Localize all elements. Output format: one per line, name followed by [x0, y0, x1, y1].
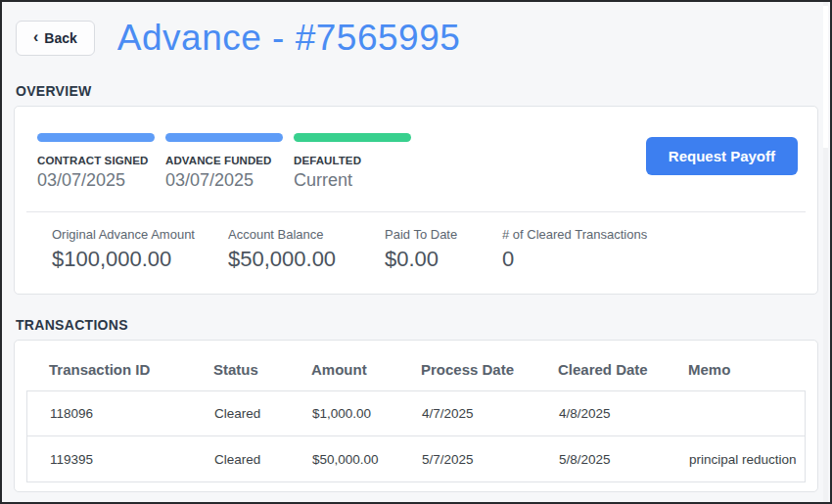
stat-value: 0	[502, 247, 647, 272]
stat-original-advance-amount: Original Advance Amount $100,000.00	[52, 227, 228, 272]
back-button-label: Back	[44, 30, 76, 46]
stat-label: Account Balance	[228, 227, 385, 242]
request-payoff-button[interactable]: Request Payoff	[646, 137, 798, 175]
cell-cleared-date: 4/8/2025	[559, 406, 689, 421]
stat-paid-to-date: Paid To Date $0.00	[385, 227, 502, 272]
progress-bar	[294, 133, 411, 142]
cell-transaction-id: 118096	[50, 406, 214, 421]
cell-cleared-date: 5/8/2025	[559, 452, 689, 467]
stat-label: # of Cleared Transactions	[502, 227, 647, 242]
column-header-transaction-id: Transaction ID	[49, 361, 213, 378]
milestone-advance-funded: ADVANCE FUNDED 03/07/2025	[165, 133, 294, 191]
milestones-row: CONTRACT SIGNED 03/07/2025 ADVANCE FUNDE…	[15, 107, 817, 211]
column-header-memo: Memo	[688, 361, 806, 378]
overview-section-label: OVERVIEW	[16, 83, 830, 99]
transactions-table-body: 118096 Cleared $1,000.00 4/7/2025 4/8/20…	[26, 390, 806, 482]
progress-bar	[165, 133, 283, 142]
overview-card: CONTRACT SIGNED 03/07/2025 ADVANCE FUNDE…	[14, 106, 818, 295]
stat-value: $50,000.00	[228, 247, 385, 272]
transactions-table-header: Transaction ID Status Amount Process Dat…	[15, 341, 817, 390]
milestone-value: 03/07/2025	[37, 170, 165, 191]
cell-amount: $1,000.00	[312, 406, 422, 421]
table-row: 119395 Cleared $50,000.00 5/7/2025 5/8/2…	[27, 436, 805, 481]
milestone-value: Current	[294, 170, 422, 191]
cell-status: Cleared	[214, 452, 312, 467]
scrollbar[interactable]	[823, 2, 828, 502]
column-header-cleared-date: Cleared Date	[558, 361, 688, 378]
cell-process-date: 4/7/2025	[422, 406, 559, 421]
back-button[interactable]: ‹ Back	[16, 21, 95, 56]
cell-amount: $50,000.00	[312, 452, 422, 467]
chevron-left-icon: ‹	[33, 29, 38, 45]
column-header-process-date: Process Date	[421, 361, 558, 378]
column-header-amount: Amount	[311, 361, 421, 378]
cell-process-date: 5/7/2025	[422, 452, 559, 467]
scrollbar-thumb[interactable]	[823, 6, 828, 148]
milestone-contract-signed: CONTRACT SIGNED 03/07/2025	[37, 133, 165, 191]
app-window: ‹ Back Advance - #7565995 OVERVIEW CONTR…	[0, 0, 832, 504]
stat-account-balance: Account Balance $50,000.00	[228, 227, 385, 272]
stat-label: Paid To Date	[385, 227, 502, 242]
cell-transaction-id: 119395	[50, 452, 214, 467]
transactions-card: Transaction ID Status Amount Process Dat…	[14, 340, 818, 492]
page-title: Advance - #7565995	[117, 18, 461, 59]
column-header-status: Status	[213, 361, 311, 378]
stats-row: Original Advance Amount $100,000.00 Acco…	[15, 212, 817, 294]
milestone-defaulted: DEFAULTED Current	[294, 133, 422, 191]
milestone-label: CONTRACT SIGNED	[37, 155, 165, 166]
stat-value: $100,000.00	[52, 247, 228, 272]
stat-cleared-transactions: # of Cleared Transactions 0	[502, 227, 647, 272]
table-row: 118096 Cleared $1,000.00 4/7/2025 4/8/20…	[27, 391, 805, 436]
cell-status: Cleared	[214, 406, 312, 421]
milestone-label: DEFAULTED	[294, 155, 422, 166]
header: ‹ Back Advance - #7565995	[2, 2, 830, 59]
stat-value: $0.00	[385, 247, 502, 272]
milestone-value: 03/07/2025	[165, 170, 294, 191]
progress-bar	[37, 133, 155, 142]
milestone-label: ADVANCE FUNDED	[165, 155, 294, 166]
stat-label: Original Advance Amount	[52, 227, 228, 242]
cell-memo: principal reduction	[689, 452, 806, 467]
transactions-section-label: TRANSACTIONS	[16, 317, 830, 333]
